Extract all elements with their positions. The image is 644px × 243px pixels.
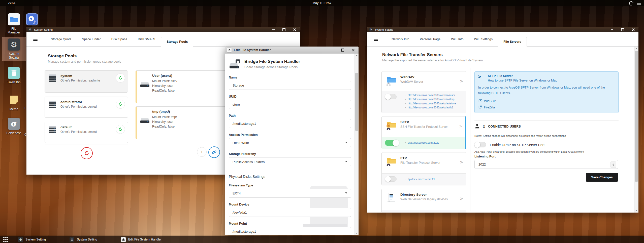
- desktop-icon-trash-bin[interactable]: Trash Bin: [2, 65, 26, 86]
- system-setting-icon: ⚙: [8, 38, 20, 51]
- tab-wifi-info[interactable]: WiFi Info: [446, 32, 469, 46]
- maximize-button[interactable]: [282, 28, 285, 31]
- dropdown-caret-icon: [345, 192, 347, 194]
- minimize-button[interactable]: [272, 28, 275, 31]
- hamburger-menu-icon[interactable]: [374, 38, 378, 41]
- close-button[interactable]: [293, 28, 296, 31]
- input-mount-point[interactable]: /media/storage1: [229, 227, 351, 235]
- add-handler-button[interactable]: +: [197, 147, 207, 157]
- taskbar-item-system-setting[interactable]: ⚙System Setting: [70, 236, 97, 243]
- tab-file-servers[interactable]: File Servers: [498, 37, 527, 47]
- desktop-icon-memo[interactable]: Memo: [2, 92, 26, 113]
- server-url-link[interactable]: http://dev.arozos.com:8080/webdav/user: [408, 93, 455, 97]
- input-path[interactable]: /media/storage1: [229, 119, 351, 128]
- webdav-toggle[interactable]: [385, 94, 397, 99]
- toggle-knob: [393, 140, 399, 146]
- chevron-right-icon[interactable]: >: [459, 124, 462, 129]
- listening-port-input[interactable]: 2022: [474, 160, 618, 169]
- server-link-row: http://dev.arozos.com:8080/webdav/store: [405, 101, 456, 105]
- window-titlebar[interactable]: Edit File System Handler: [225, 47, 359, 54]
- select-access-permission[interactable]: Read Write: [229, 138, 351, 147]
- input-name[interactable]: Storage: [229, 81, 351, 90]
- tab-space-finder[interactable]: Space Finder: [77, 32, 106, 46]
- save-changes-button[interactable]: Save Changes: [586, 173, 618, 182]
- reload-pools-button[interactable]: [81, 147, 93, 159]
- taskbar-item-edit-file-system-handler[interactable]: Edit File System Handler: [121, 236, 162, 243]
- divider: [229, 172, 351, 172]
- tab-storage-pools[interactable]: Storage Pools: [161, 37, 193, 47]
- storage-pool-card[interactable]: systemOther's Permission: readwrite: [45, 70, 128, 93]
- sftp-client-link-filezilla[interactable]: FileZilla: [478, 105, 495, 109]
- sftp-toggle[interactable]: [385, 140, 399, 146]
- chevron-right-icon[interactable]: >: [460, 196, 463, 201]
- server-url-link[interactable]: ftp://dev.arozos.com:21: [408, 177, 435, 181]
- server-card-dirserver[interactable]: Directory ServerWeb file viewer for lega…: [381, 189, 466, 213]
- storage-pool-card[interactable]: administratorOther's Permission: denied: [45, 97, 128, 118]
- pool-refresh-button[interactable]: [116, 73, 125, 83]
- topbar-menu-icon[interactable]: [637, 2, 641, 5]
- server-url-link[interactable]: sftp://dev.arozos.com:2022: [408, 141, 439, 145]
- select-storage-hierarchy[interactable]: Public Access Folders: [229, 157, 351, 166]
- minimize-button[interactable]: [610, 28, 614, 31]
- tab-personal-page[interactable]: Personal Page: [414, 32, 446, 46]
- scroll-up-button[interactable]: [355, 54, 359, 57]
- pool-refresh-button[interactable]: [116, 125, 125, 134]
- scrollbar-thumb[interactable]: [635, 51, 638, 182]
- sftp-client-link-winscp[interactable]: WinSCP: [478, 99, 496, 103]
- taskbar-item-system-setting[interactable]: ⚙System Setting: [18, 236, 46, 243]
- tab-network-info[interactable]: Network Info: [386, 32, 414, 46]
- server-icon: [48, 125, 57, 139]
- scrollbar-thumb[interactable]: [355, 73, 358, 131]
- storage-pool-card[interactable]: defaultOther's Permission: denied: [45, 122, 128, 143]
- input-mount-device[interactable]: /dev/sda1: [229, 208, 351, 217]
- tab-disk-space[interactable]: Disk Space: [106, 32, 133, 46]
- server-url-link[interactable]: http://dev.arozos.com:8080/webdav/tmp: [408, 97, 454, 101]
- desktop-icon-music[interactable]: ♪: [24, 12, 40, 27]
- eject-icon: [227, 48, 232, 52]
- app-launcher-icon[interactable]: [3, 237, 8, 242]
- pool-info: defaultOther's Permission: denied: [60, 125, 97, 139]
- minimize-button[interactable]: [331, 49, 334, 52]
- server-card-webdav[interactable]: WebDAVWebDAV Server>http://dev.arozos.co…: [381, 71, 466, 113]
- scroll-up-button[interactable]: [634, 47, 638, 50]
- scroll-down-button[interactable]: [634, 209, 638, 213]
- eject-icon: [121, 237, 126, 242]
- chevron-right-icon[interactable]: >: [460, 79, 463, 84]
- close-button[interactable]: [632, 28, 635, 31]
- server-card-sftp[interactable]: SFTPSSH File Transfer Protocol Server>sf…: [381, 116, 466, 149]
- server-url-link[interactable]: http://dev.arozos.com:8080/webdav/store: [408, 101, 456, 105]
- chevron-right-icon[interactable]: >: [460, 160, 463, 165]
- window-titlebar[interactable]: ⚙ System Setting: [367, 27, 638, 32]
- close-button[interactable]: [352, 49, 355, 52]
- dialog-header: Bridge File System Handler Share Storage…: [229, 59, 351, 71]
- window-titlebar[interactable]: ⚙ System Setting: [26, 27, 300, 32]
- server-url-link[interactable]: http://dev.arozos.com:8080/webdav/is1: [408, 105, 453, 109]
- tab-disk-smart[interactable]: Disk SMART: [133, 32, 161, 46]
- client-name: FileZilla: [484, 106, 495, 109]
- tab-storage-quota[interactable]: Storage Quota: [46, 32, 77, 46]
- maximize-button[interactable]: [621, 28, 624, 31]
- number-spinner[interactable]: [610, 161, 616, 168]
- page-subtitle: Manage the exported file server interfac…: [382, 59, 483, 62]
- scroll-down-button[interactable]: [355, 231, 359, 235]
- upnp-toggle[interactable]: [474, 142, 486, 147]
- connected-label: CONNECTED USERS: [488, 125, 521, 128]
- dropdown-caret-icon: [345, 161, 347, 162]
- field-value: EXT4: [233, 191, 241, 195]
- caret-right-icon: [405, 94, 406, 96]
- desktop-icon-file-manager[interactable]: File Manager: [2, 12, 26, 36]
- tab-wifi-settings[interactable]: WiFi Settings: [469, 32, 498, 46]
- taskbar-item-label: System Setting: [77, 238, 97, 241]
- select-filesystem-type[interactable]: EXT4: [229, 189, 351, 198]
- desktop-icon-system-setting[interactable]: ⚙System Setting: [2, 37, 26, 61]
- scrollbar: [634, 47, 638, 213]
- bridge-link-button[interactable]: [208, 146, 220, 158]
- pool-refresh-button[interactable]: [116, 100, 125, 109]
- desktop-icon-serverless[interactable]: σServerless: [2, 116, 26, 137]
- ftp-toggle[interactable]: [385, 176, 397, 182]
- hamburger-menu-icon[interactable]: [33, 38, 38, 41]
- input-uuid[interactable]: store: [229, 100, 351, 109]
- server-card-ftp[interactable]: FTPFile Transfer Protocol Server>ftp://d…: [381, 152, 466, 185]
- maximize-button[interactable]: [341, 49, 344, 52]
- divider: [45, 144, 128, 144]
